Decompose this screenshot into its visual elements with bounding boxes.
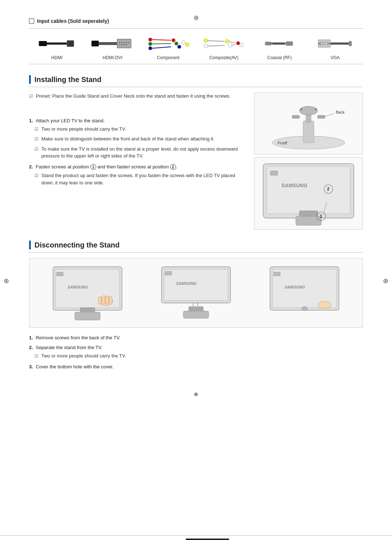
svg-point-47: [325, 42, 326, 42]
bottom-center-crosshair: ⊕: [0, 391, 392, 397]
svg-text:1: 1: [320, 214, 322, 219]
step2-note-icon: ☑: [34, 172, 38, 186]
disconnecting-header: Disconnecting the Stand: [29, 241, 363, 253]
svg-rect-38: [265, 42, 271, 45]
vga-label: VGA: [331, 55, 340, 60]
svg-point-54: [328, 42, 330, 45]
svg-line-35: [232, 44, 236, 45]
svg-text:2: 2: [327, 187, 330, 192]
svg-rect-4: [91, 41, 99, 46]
svg-line-21: [152, 44, 171, 44]
svg-rect-63: [292, 115, 299, 118]
installing-section: Installing the Stand ☑ Preset: Place the…: [29, 75, 363, 230]
svg-text:SAMSUNG: SAMSUNG: [176, 281, 197, 286]
note3-icon: ☑: [34, 146, 38, 160]
input-cables-section: Input cables (Sold seperately) HD: [29, 18, 363, 64]
svg-point-32: [225, 40, 229, 43]
svg-point-13: [119, 44, 121, 45]
disconnecting-title: Disconnecting the Stand: [34, 241, 119, 249]
svg-rect-40: [272, 42, 285, 45]
svg-point-11: [126, 42, 127, 43]
note-3: ☑ To make sure the TV is installed on th…: [34, 146, 247, 160]
svg-rect-1: [47, 42, 67, 45]
preset-note-icon: ☑: [29, 93, 33, 100]
cable-vga: VGA: [307, 34, 363, 60]
vga-cable-image: [318, 34, 352, 52]
svg-text:↓: ↓: [196, 300, 199, 307]
svg-rect-94: [165, 271, 172, 275]
step1: 1. Attach your LED TV to the stand. ☑ Tw…: [29, 118, 247, 160]
stand-top-image: Back Front: [254, 93, 363, 154]
svg-text:SAMSUNG: SAMSUNG: [285, 285, 305, 289]
main-content: Input cables (Sold seperately) HD: [29, 11, 363, 369]
svg-rect-88: [102, 296, 105, 304]
svg-point-52: [327, 44, 328, 45]
svg-point-27: [185, 43, 189, 46]
svg-point-18: [148, 42, 152, 46]
disconnect-step1-label: 1. Remove screws from the back of the TV…: [29, 335, 363, 340]
svg-rect-74: [296, 216, 321, 225]
svg-rect-102: [274, 272, 280, 276]
svg-point-23: [172, 38, 175, 42]
svg-rect-42: [286, 41, 293, 46]
disconnect-step3: 3. Cover the bottom hole with the cover.: [29, 364, 363, 369]
svg-point-14: [122, 44, 123, 45]
svg-text:Front: Front: [278, 141, 287, 145]
svg-point-24: [175, 42, 178, 45]
svg-rect-3: [68, 41, 73, 46]
svg-point-41: [284, 43, 286, 44]
svg-point-15: [124, 44, 125, 45]
svg-point-61: [300, 108, 302, 110]
hdmi-label: HDMI: [51, 55, 62, 60]
blue-bar: [29, 75, 31, 84]
note1-icon: ☑: [34, 126, 38, 133]
svg-rect-70: [267, 167, 350, 214]
installing-header: Installing the Stand: [29, 75, 363, 87]
svg-rect-58: [303, 121, 314, 143]
svg-line-34: [229, 41, 236, 43]
svg-point-50: [323, 44, 323, 45]
disconnect-image-3: SAMSUNG: [252, 264, 357, 322]
svg-text:↓: ↓: [192, 300, 195, 307]
disconnect-images-row: SAMSUNG: [29, 258, 363, 328]
composite-cable-image: [203, 34, 245, 52]
note2-text: Make sure to distinguish between the fro…: [41, 135, 215, 143]
svg-point-10: [124, 42, 125, 43]
cable-coaxial: Coaxial (RF): [252, 34, 307, 60]
svg-rect-5: [99, 42, 117, 45]
disconnecting-section: Disconnecting the Stand SAMSUNG: [29, 241, 363, 369]
svg-rect-64: [318, 115, 325, 118]
svg-point-36: [236, 41, 240, 45]
footer-center: English - 85: [186, 539, 229, 540]
installing-title: Installing the Stand: [34, 75, 101, 84]
svg-point-37: [240, 43, 244, 47]
input-cables-label: Input cables (Sold seperately): [37, 18, 109, 24]
cable-row: HDMI: [29, 28, 363, 64]
step2-notes: ☑ Stand the product up and fasten the sc…: [34, 172, 247, 186]
svg-rect-83: [57, 272, 63, 276]
svg-point-29: [204, 44, 208, 48]
note-2: ☑ Make sure to distinguish between the f…: [34, 135, 247, 143]
disconnect-step2: 2. Separate the stand from the TV. ☑ Two…: [29, 345, 363, 360]
note-1: ☑ Two or more people should carry the TV…: [34, 126, 247, 133]
page-container: ⊕ ⊕ ⊕ Input cables (Sold seperately): [0, 11, 392, 540]
svg-line-30: [208, 41, 225, 41]
disconnecting-blue-bar: [29, 241, 31, 249]
svg-rect-85: [75, 312, 100, 320]
svg-point-33: [228, 44, 232, 47]
step2-note-text: Stand the product up and fasten the scre…: [41, 172, 247, 186]
installing-text: ☑ Preset: Place the Guide Stand and Cove…: [29, 93, 247, 230]
svg-point-103: [302, 307, 307, 310]
disconnect-image-1: SAMSUNG: [35, 264, 140, 322]
svg-rect-90: [109, 296, 112, 304]
component-cable-image: [147, 34, 189, 52]
svg-rect-0: [39, 41, 47, 46]
disconnect-note-text: Two or more people should carry the TV.: [41, 352, 126, 360]
svg-point-28: [204, 39, 208, 42]
step1-notes: ☑ Two or more people should carry the TV…: [34, 126, 247, 160]
stand-bottom-image: SAMSUNG 2 1: [254, 157, 363, 230]
svg-point-104: [318, 301, 331, 308]
svg-point-46: [323, 42, 323, 42]
svg-point-26: [182, 41, 185, 44]
svg-point-62: [315, 108, 317, 110]
